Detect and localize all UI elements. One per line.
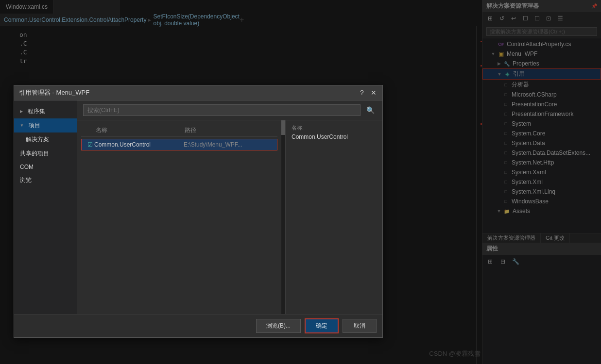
sidebar-shared-label: 共享的项目 <box>20 149 49 158</box>
col-path-header: 路径 <box>185 126 274 134</box>
dialog-title: 引用管理器 - Menu_WPF <box>19 88 89 97</box>
sidebar-projects[interactable]: 项目 <box>14 118 77 132</box>
dialog-sidebar: 程序集 项目 解决方案 共享的项目 COM 浏览 <box>14 100 77 314</box>
sidebar-browse[interactable]: 浏览 <box>14 173 77 187</box>
sidebar-assemblies[interactable]: 程序集 <box>14 104 77 118</box>
ref-name-0: Common.UserControl <box>94 141 184 148</box>
sidebar-projects-label: 项目 <box>29 121 40 130</box>
dialog-content-area: 名称 路径 ☑ Common.UserControl E:\Study\Menu… <box>77 120 382 314</box>
dialog-search-bar: 🔍 <box>77 100 382 120</box>
sidebar-solution[interactable]: 解决方案 <box>14 132 77 147</box>
ok-button[interactable]: 确定 <box>305 318 339 333</box>
sidebar-shared[interactable]: 共享的项目 <box>14 147 77 161</box>
dialog-controls: ? ✕ <box>358 89 378 97</box>
dialog-footer: 浏览(B)... 确定 取消 <box>14 314 382 337</box>
ref-check-0[interactable]: ☑ <box>86 141 94 148</box>
col-name-header: 名称 <box>96 126 185 134</box>
dialog-search-btn[interactable]: 🔍 <box>364 105 377 115</box>
dialog-scrollbar[interactable] <box>281 120 285 314</box>
reference-manager-dialog: 引用管理器 - Menu_WPF ? ✕ 程序集 项目 解决方案 共享的项目 <box>14 85 383 338</box>
ref-list-panel: 名称 路径 ☑ Common.UserControl E:\Study\Menu… <box>77 120 281 314</box>
sidebar-browse-label: 浏览 <box>20 176 32 184</box>
ref-list-header: 名称 路径 <box>81 124 277 137</box>
browse-button[interactable]: 浏览(B)... <box>256 319 301 333</box>
ref-list-item-0[interactable]: ☑ Common.UserControl E:\Study\Menu_WPF..… <box>81 139 277 150</box>
sidebar-solution-label: 解决方案 <box>26 135 49 144</box>
cancel-button[interactable]: 取消 <box>343 319 377 333</box>
ref-path-0: E:\Study\Menu_WPF... <box>184 141 273 148</box>
dialog-search-input[interactable] <box>83 104 361 116</box>
dialog-title-bar: 引用管理器 - Menu_WPF ? ✕ <box>14 85 382 100</box>
dialog-main: 🔍 名称 路径 ☑ Common.UserControl E:\Study\Me… <box>77 100 382 314</box>
dialog-body: 程序集 项目 解决方案 共享的项目 COM 浏览 <box>14 100 382 314</box>
dialog-help-btn[interactable]: ? <box>358 89 366 97</box>
ref-detail-label: 名称: <box>292 124 377 132</box>
ref-detail-panel: 名称: Common.UserControl <box>285 120 382 314</box>
sidebar-com[interactable]: COM <box>14 161 77 173</box>
ref-detail-value: Common.UserControl <box>292 133 377 140</box>
dialog-close-btn[interactable]: ✕ <box>370 89 378 97</box>
dialog-scrollbar-thumb[interactable] <box>281 120 285 135</box>
sidebar-com-label: COM <box>20 164 34 170</box>
sidebar-assemblies-label: 程序集 <box>28 107 45 116</box>
